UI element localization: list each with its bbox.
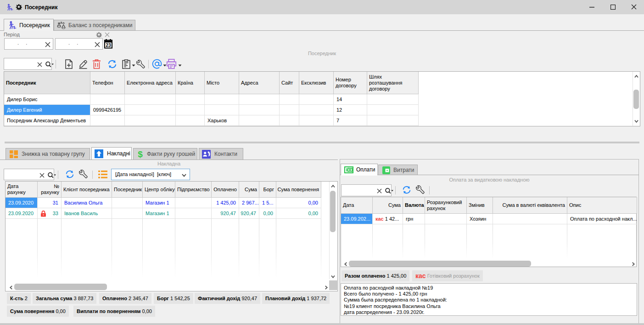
- svg-text:$: $: [138, 149, 143, 159]
- svg-text:23: 23: [106, 42, 111, 48]
